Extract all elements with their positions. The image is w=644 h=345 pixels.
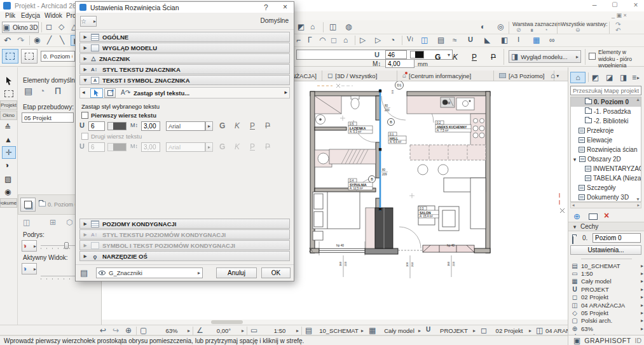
arrow-tool-icon[interactable] <box>5 76 13 85</box>
section-tekst-symbol[interactable]: ▾ATEKST I SYMBOL ZNACZNIKA <box>79 75 290 85</box>
tab-dokument[interactable]: Dokumen <box>0 198 17 208</box>
strike1-button[interactable]: P <box>265 122 270 130</box>
italic2-button[interactable]: K <box>235 143 240 151</box>
menu-widok[interactable]: Widok <box>45 12 62 19</box>
zoom-back-icon[interactable]: ↩ <box>100 327 106 334</box>
tab-okno[interactable]: Okno <box>0 111 17 120</box>
cancel-button[interactable]: Anuluj <box>216 267 257 278</box>
layer-dropdown[interactable]: G_Znaczniki▸ <box>96 267 203 278</box>
first-line-checkbox[interactable] <box>81 112 88 119</box>
perspective-cube-icon[interactable]: ◇ <box>58 23 64 30</box>
help-button[interactable]: ? <box>264 4 268 11</box>
delete-icon[interactable]: × <box>604 210 609 220</box>
trace-toggle-button[interactable] <box>20 198 36 212</box>
cechy-header[interactable]: ▾Cechy <box>568 222 644 231</box>
lock-icon[interactable]: ∎ <box>530 27 534 33</box>
font2-dropdown[interactable]: Arial <box>166 142 205 152</box>
settings-button[interactable]: Ustawienia... <box>570 245 641 255</box>
redo-icon[interactable]: ↷ <box>17 36 24 44</box>
tab-a3-poziomo[interactable]: [A3 Poziomo] <box>494 71 554 81</box>
strike2-button[interactable]: P <box>265 143 270 151</box>
corner-tool-icon[interactable]: ⌐ <box>296 36 301 44</box>
pen-set-icon[interactable]: U <box>426 327 430 333</box>
marquee-single-floor-button[interactable] <box>21 49 38 64</box>
italic1-button[interactable]: K <box>235 122 240 130</box>
bold2-button[interactable]: G <box>219 143 225 151</box>
rename-icon[interactable] <box>589 213 598 220</box>
orientation-icon[interactable]: ∠ <box>196 327 203 334</box>
move-tool-button[interactable]: ✛ <box>2 146 16 159</box>
okno-3d-button[interactable]: ▣Okno 3D <box>2 22 39 33</box>
trace-rotate-icon[interactable]: ⬡ <box>66 219 72 226</box>
level-dropdown[interactable]: 0. Poziom 0 <box>41 51 75 62</box>
marquee-view-icon[interactable]: ◩ <box>298 23 305 30</box>
flag-marker-icon[interactable]: ▷ <box>360 36 366 44</box>
tree-item-szczegoly[interactable]: Szczegóły <box>571 183 641 193</box>
section-ogolne[interactable]: ▸OGÓLNE <box>79 32 290 42</box>
pick-up-parameters-icon[interactable]: ◎ <box>497 23 504 30</box>
quick-option-layer[interactable]: ▤10_SCHEMAT▸ <box>568 262 644 269</box>
pen1-input[interactable] <box>88 121 105 131</box>
scale-icon[interactable]: ▭ <box>250 327 257 334</box>
model-view-options-value[interactable]: 02 Projekt <box>491 327 528 334</box>
trim-tool-icon[interactable]: Γ <box>308 36 312 44</box>
tree-item-tabelka[interactable]: TABELKA (Niezależny) <box>571 173 641 183</box>
link-chain-icon[interactable]: ∞ <box>549 36 555 44</box>
canvas-hscrollbar[interactable] <box>102 320 568 325</box>
layout-book-icon[interactable]: ◪ <box>606 74 613 81</box>
font2-expand-button[interactable]: ▸ <box>205 142 213 152</box>
quick-option-penset[interactable]: UPROJEKT▸ <box>568 285 644 293</box>
pen-fill-checkbox[interactable] <box>589 53 596 60</box>
window-split-icon[interactable]: ◫ <box>421 36 428 44</box>
tree-item-posadzka[interactable]: -1. Posadzka <box>571 107 641 116</box>
fit-in-window-icon[interactable]: ▢ <box>140 327 147 334</box>
roof-tool2-icon[interactable]: ▲ <box>4 136 12 144</box>
tab-list-dropdown[interactable]: ⌂▾ <box>551 72 559 79</box>
panel-menu-button[interactable]: ≡▸ <box>632 74 640 81</box>
fillet-tool-icon[interactable]: ◠ <box>319 36 325 44</box>
dimension-style-icon[interactable]: V≀ <box>407 36 413 43</box>
pen-slash-icon[interactable]: ⊘ <box>516 27 521 33</box>
chevron-right-icon[interactable]: ▸ <box>418 328 421 334</box>
chevron-right-icon[interactable]: ▸ <box>529 328 531 334</box>
inject-parameters-icon[interactable]: ◉ <box>34 36 40 44</box>
menu-edycja[interactable]: Edycja <box>21 12 40 19</box>
maximize-button[interactable]: ▢ <box>608 1 621 8</box>
section-poziomy-kondygnacji[interactable]: ▸POZIOMY KONDYGNACJI <box>79 219 290 229</box>
font1-expand-button[interactable]: ▸ <box>205 121 213 131</box>
renovation-stage-dropdown[interactable]: 05 Projekt <box>22 112 74 123</box>
floor-plan-drawing[interactable]: D1 8 8 <box>294 81 568 324</box>
layer-combination-icon[interactable]: ▤ <box>305 327 312 334</box>
wave-fill-icon[interactable]: ≈ <box>453 36 457 44</box>
section-symbol-tekst-poziomow[interactable]: ▸SYMBOL I TEKST POZIOMÓW KONDYGNACJI <box>79 240 290 250</box>
brush-icon[interactable]: ◣ <box>484 36 490 44</box>
zoom-in-icon[interactable]: ⊕ <box>125 327 132 334</box>
detail-marker-label[interactable]: D1 <box>397 83 401 87</box>
cloud-icon[interactable]: ◔ <box>390 36 395 44</box>
column-default-icon[interactable]: Π <box>55 86 61 95</box>
scene-icon[interactable]: ◍ <box>345 23 352 30</box>
surface-icon[interactable]: ◧ <box>501 36 508 44</box>
schedule-icon[interactable]: ▦ <box>533 36 540 44</box>
room-label-lazienka[interactable]: 0.5 ŁAZIENKA A: 5,3 m² <box>348 122 373 133</box>
scroll-right-icon[interactable]: ▸ <box>637 203 640 208</box>
section-narzedzie-os[interactable]: ▸ϙNARZĘDZIE OŚ <box>79 251 290 261</box>
apply-pen-icon[interactable]: ╲ <box>60 36 64 44</box>
profile-icon[interactable]: Ⅰ <box>517 36 519 43</box>
publisher-icon[interactable]: ◨ <box>620 74 627 81</box>
tab-projekt[interactable]: Projekt <box>0 100 17 110</box>
tree-scroll-up[interactable]: ▲ <box>636 97 640 102</box>
close-button[interactable]: × <box>629 1 642 9</box>
scroll-right-icon[interactable]: ▸ <box>284 90 287 95</box>
undo-icon[interactable]: ↶ <box>4 36 11 44</box>
view-cube-icon[interactable]: ◻ <box>46 23 52 30</box>
view-map-icon[interactable]: ◩ <box>592 74 599 81</box>
structure-display-icon[interactable]: ▦ <box>369 327 376 334</box>
quick-option-stage[interactable]: ◇05 Projekt▸ <box>568 309 644 316</box>
rotation-value[interactable]: 0,00° <box>209 327 239 334</box>
pen-color-preview[interactable] <box>410 51 424 58</box>
underline-button[interactable]: P <box>472 53 477 61</box>
zoom-value[interactable]: 63% <box>159 327 184 334</box>
minimize-button[interactable]: – <box>588 1 601 9</box>
chevron-right-icon[interactable]: ▸ <box>361 328 364 334</box>
